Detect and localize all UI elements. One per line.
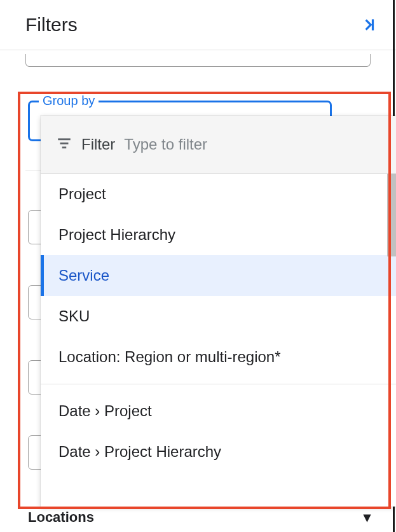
option-date-project-hierarchy[interactable]: Date › Project Hierarchy (41, 431, 396, 472)
group-by-legend: Group by (39, 94, 99, 108)
option-project-hierarchy[interactable]: Project Hierarchy (41, 214, 396, 255)
previous-field-bottom-edge (25, 54, 371, 67)
filters-title: Filters (25, 14, 78, 36)
locations-label: Locations (28, 509, 94, 526)
option-service[interactable]: Service (41, 255, 396, 296)
option-date-project[interactable]: Date › Project (41, 391, 396, 431)
dropdown-options-list: Project Project Hierarchy Service SKU Lo… (41, 174, 396, 507)
option-location[interactable]: Location: Region or multi-region* (41, 337, 396, 377)
filter-label: Filter (81, 136, 115, 153)
filter-input[interactable] (124, 136, 381, 153)
options-divider (41, 384, 396, 384)
filter-list-icon (56, 135, 72, 154)
svg-rect-2 (60, 143, 69, 144)
svg-rect-3 (62, 146, 67, 148)
dropdown-filter-row: Filter (41, 116, 396, 174)
option-sku[interactable]: SKU (41, 296, 396, 337)
group-by-dropdown: Filter Project Project Hierarchy Service… (41, 116, 396, 507)
scrollbar-thumb[interactable] (387, 174, 396, 256)
svg-rect-1 (58, 138, 71, 140)
collapse-panel-icon[interactable] (360, 17, 377, 33)
filters-header: Filters (0, 0, 396, 50)
option-project[interactable]: Project (41, 174, 396, 214)
chevron-down-icon: ▾ (364, 509, 371, 526)
locations-section-header[interactable]: Locations ▾ (28, 509, 371, 526)
